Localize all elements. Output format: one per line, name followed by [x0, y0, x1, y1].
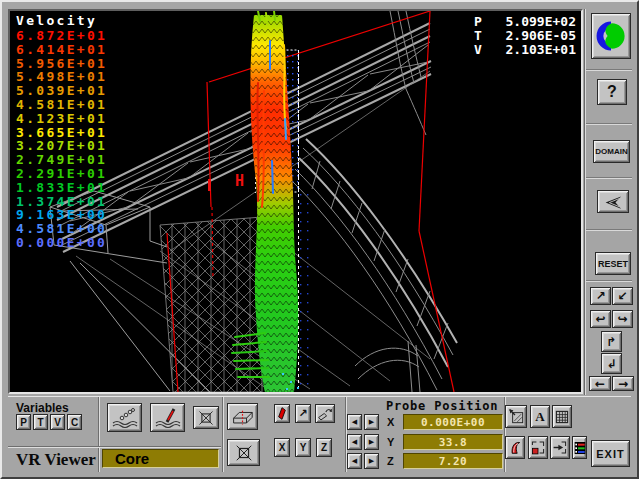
probe-x-increment-button[interactable]: ▶ [364, 414, 379, 430]
exit-button[interactable]: EXIT [591, 440, 630, 467]
pan-left-button[interactable]: ← [589, 376, 611, 391]
legend-value: 6.414E+01 [16, 43, 107, 57]
arrow-sw-icon: ↙ [617, 289, 627, 303]
reset-button[interactable]: RESET [595, 252, 631, 275]
ribbon-icon [508, 439, 523, 456]
right-triangle-icon: ▶ [369, 418, 374, 426]
probe-z-field[interactable]: 7.20 [403, 453, 503, 469]
right-triangle-icon: ▶ [369, 457, 374, 465]
legend-value: 9.163E+00 [16, 208, 107, 222]
particle-trace-icon [111, 407, 139, 429]
particle-trace-button[interactable] [107, 403, 142, 432]
legend-value: 5.039E+01 [16, 84, 107, 98]
color-legend-button[interactable] [572, 436, 587, 459]
panel-divider [8, 446, 221, 447]
readout-label: P [474, 15, 490, 29]
axis-x-button[interactable]: X [274, 438, 290, 457]
legend-value: 3.665E+01 [16, 126, 107, 140]
arrow-right-icon: → [618, 377, 628, 391]
domain-button[interactable]: DOMAIN [593, 140, 630, 163]
axis-y-button[interactable]: Y [295, 438, 311, 457]
bent-plane-icon [317, 406, 333, 421]
pan-right-button[interactable]: → [612, 376, 634, 391]
probe-z-decrement-button[interactable]: ◀ [347, 453, 362, 469]
bottom-panel-edge [8, 396, 631, 397]
readout-label: T [474, 29, 490, 43]
app-logo-icon [594, 17, 628, 55]
app-logo-button[interactable] [591, 13, 631, 59]
rotate-cw-button[interactable]: ↪ [612, 310, 633, 328]
right-triangle-icon: ▶ [369, 438, 374, 446]
probe-tool-button[interactable] [150, 403, 185, 432]
iso-surface-button[interactable] [505, 436, 525, 459]
legend-value: 0.000E+00 [16, 236, 107, 250]
fit-view-button[interactable] [550, 436, 570, 459]
readout-row: V 2.103E+01 [474, 43, 576, 57]
panel-divider [222, 397, 223, 472]
readout-value: 2.906E-05 [498, 29, 576, 43]
view-direction-button[interactable] [597, 190, 629, 213]
tilt-up-button[interactable]: ↱ [601, 331, 622, 352]
deselect-region-button[interactable] [193, 406, 219, 429]
core-selector-value: Core [115, 450, 149, 467]
sidebar: ? DOMAIN RESET ↗ ↙ ↩ ↪ ↱ ↲ ← → [584, 9, 634, 395]
axis-y-label: Y [300, 442, 307, 453]
snapshot-icon [508, 408, 525, 425]
probe-y-decrement-button[interactable]: ◀ [347, 434, 362, 450]
rotate-plane-button[interactable] [315, 404, 335, 423]
sidebar-edge [584, 9, 585, 395]
legend-value: 1.833E+01 [16, 181, 107, 195]
legend-value: 6.872E+01 [16, 29, 107, 43]
probe-y-field[interactable]: 33.8 [403, 434, 503, 450]
probe-y-increment-button[interactable]: ▶ [364, 434, 379, 450]
help-button[interactable]: ? [597, 79, 627, 105]
move-plane-button[interactable]: ↗ [295, 404, 311, 423]
variables-title: Variables [16, 401, 69, 415]
left-triangle-icon: ◀ [352, 438, 357, 446]
grid-icon [554, 409, 570, 425]
snapshot-button[interactable] [505, 405, 527, 428]
probe-x-decrement-button[interactable]: ◀ [347, 414, 362, 430]
variable-p-button[interactable]: P [16, 414, 31, 430]
legend-value: 4.123E+01 [16, 112, 107, 126]
probe-z-value: 7.20 [439, 455, 468, 468]
probe-x-value: 0.000E+00 [421, 416, 485, 429]
tilt-down-button[interactable]: ↲ [601, 353, 622, 374]
bottom-panel: Variables P T V C VR Viewer Core [8, 396, 631, 472]
annotation-button[interactable]: A [530, 405, 550, 428]
deselect-plane-button[interactable] [227, 439, 260, 466]
zoom-region-button[interactable] [528, 436, 548, 459]
probe-z-label: Z [387, 455, 394, 467]
readout-row: P 5.099E+02 [474, 15, 576, 29]
legend-value: 3.207E+01 [16, 139, 107, 153]
ne-arrow-icon: ↗ [298, 407, 307, 420]
plane-marker-button[interactable] [274, 404, 290, 423]
box-x-icon [232, 443, 256, 463]
arrow-left-icon: ← [595, 377, 605, 391]
axis-x-label: X [279, 442, 286, 453]
grid-button[interactable] [552, 405, 572, 428]
core-selector[interactable]: Core [102, 449, 219, 468]
variable-c-button[interactable]: C [67, 414, 82, 430]
zoom-region-icon [530, 439, 546, 456]
legend-values: 6.872E+016.414E+015.956E+015.498E+015.03… [16, 29, 107, 250]
rotate-ne-button[interactable]: ↗ [590, 287, 611, 305]
arrow-undo-left-icon: ↩ [595, 312, 605, 326]
probe-tool-icon [154, 407, 182, 429]
rotate-sw-button[interactable]: ↙ [612, 287, 633, 305]
legend-value: 5.498E+01 [16, 70, 107, 84]
variable-v-button[interactable]: V [50, 414, 65, 430]
readout-value: 5.099E+02 [498, 15, 576, 29]
probe-x-field[interactable]: 0.000E+00 [403, 414, 503, 430]
rotate-ccw-button[interactable]: ↩ [590, 310, 611, 328]
sidebar-divider [586, 69, 632, 70]
probe-z-increment-button[interactable]: ▶ [364, 453, 379, 469]
axis-z-button[interactable]: Z [316, 438, 332, 457]
cut-plane-button[interactable] [227, 403, 258, 430]
variable-t-button[interactable]: T [33, 414, 48, 430]
domain-button-label: DOMAIN [595, 147, 627, 156]
sidebar-divider [586, 123, 632, 124]
color-bars-icon [574, 441, 586, 455]
legend-title: Velocity [16, 13, 107, 28]
viewport-3d[interactable]: Velocity 6.872E+016.414E+015.956E+015.49… [8, 9, 583, 394]
